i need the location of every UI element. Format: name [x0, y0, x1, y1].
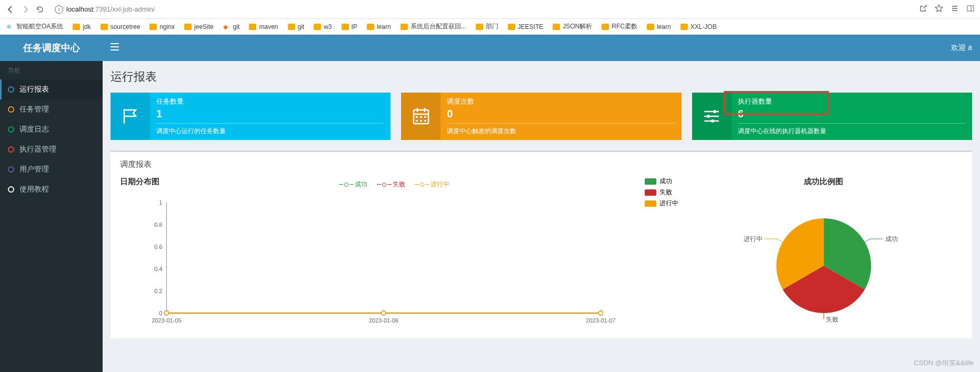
bookmark-item[interactable]: nginx — [149, 23, 175, 31]
svg-rect-10 — [420, 120, 422, 122]
folder-icon — [342, 24, 349, 30]
svg-text:2023-01-05: 2023-01-05 — [152, 317, 181, 324]
bookmark-item[interactable]: ◆git — [223, 23, 240, 31]
bookmark-label: sourcetree — [111, 23, 141, 31]
panel-title: 调度报表 — [120, 159, 963, 169]
chart-panel: 调度报表 日期分布图 成功 失败 进行中 00.20.40.60.812023-… — [111, 150, 972, 338]
folder-icon — [314, 24, 321, 30]
bookmark-label: RFC柔数 — [612, 22, 637, 31]
svg-rect-8 — [424, 116, 426, 118]
bookmark-item[interactable]: learn — [647, 23, 671, 31]
bookmark-item[interactable]: IP — [342, 23, 357, 31]
svg-point-15 — [713, 110, 716, 113]
sidebar-item-任务管理[interactable]: 任务管理 — [0, 99, 103, 119]
list-icon[interactable] — [951, 4, 959, 15]
back-button[interactable] — [5, 4, 16, 15]
sidebar-item-使用教程[interactable]: 使用教程 — [0, 179, 103, 199]
stat-value: 6 — [738, 107, 966, 120]
folder-icon — [73, 24, 80, 30]
calendar-icon — [401, 93, 441, 140]
bookmark-label: learn — [657, 23, 671, 31]
svg-rect-7 — [420, 116, 422, 118]
folder-icon — [647, 24, 654, 30]
sidebar-item-执行器管理[interactable]: 执行器管理 — [0, 139, 103, 159]
bookmark-item[interactable]: sourcetree — [101, 23, 141, 31]
bookmark-item[interactable]: RFC柔数 — [602, 22, 637, 31]
sidebar-item-调度日志[interactable]: 调度日志 — [0, 119, 103, 139]
panel-icon[interactable] — [966, 4, 975, 15]
stat-value: 1 — [156, 107, 384, 120]
svg-point-17 — [711, 119, 714, 123]
svg-text:进行中: 进行中 — [743, 235, 762, 243]
bookmark-item[interactable]: JSON解析 — [553, 22, 592, 31]
stat-desc: 调度中心触发的调度次数 — [447, 123, 675, 136]
bookmark-item[interactable]: 系统后台配置获回... — [401, 22, 466, 31]
stat-box-flag: 任务数量1调度中心运行的任务数量 — [111, 93, 391, 140]
bookmark-bar: ❄智能航空OA系统jdksourcetreenginxjeeSite◆gitma… — [0, 19, 980, 35]
svg-text:0.4: 0.4 — [154, 266, 162, 272]
sliders-icon — [692, 93, 732, 140]
stat-box-sliders: 执行器数量6调度中心在线的执行器机器数量 — [692, 93, 972, 140]
circle-icon — [8, 106, 14, 113]
circle-icon — [8, 186, 14, 193]
bookmark-label: git — [233, 23, 240, 31]
url-text: localhost:7391/xxl-job-admin/ — [66, 5, 155, 13]
bookmark-item[interactable]: w3 — [314, 23, 332, 31]
svg-rect-9 — [416, 120, 418, 122]
page-title: 运行报表 — [111, 69, 972, 85]
bookmark-item[interactable]: ❄智能航空OA系统 — [6, 22, 63, 31]
sidebar-item-用户管理[interactable]: 用户管理 — [0, 159, 103, 179]
bookmark-label: jdk — [83, 23, 91, 31]
svg-text:0: 0 — [159, 310, 162, 316]
svg-rect-11 — [424, 120, 426, 122]
sidebar-item-label: 任务管理 — [19, 105, 49, 114]
bookmark-label: maven — [259, 23, 278, 31]
folder-icon — [602, 24, 609, 30]
sidebar: 导航 运行报表任务管理调度日志执行器管理用户管理使用教程 — [0, 61, 103, 372]
sidebar-item-label: 用户管理 — [19, 165, 49, 174]
bookmark-item[interactable]: git — [288, 23, 305, 31]
bookmark-item[interactable]: learn — [367, 23, 391, 31]
content-area: 运行报表 任务数量1调度中心运行的任务数量调度次数0调度中心触发的调度次数执行器… — [103, 61, 980, 372]
pie-chart-legend: 成功 失败 进行中 — [645, 177, 678, 331]
hamburger-icon[interactable] — [103, 43, 127, 53]
bookmark-item[interactable]: JEESITE — [508, 23, 544, 31]
bookmark-label: JEESITE — [518, 23, 544, 31]
svg-point-16 — [707, 115, 710, 118]
pie-chart: 成功 失败 进行中 成功比例图 成功失败进行中 — [645, 177, 963, 331]
reload-button[interactable] — [35, 4, 45, 15]
bookmark-label: 系统后台配置获回... — [411, 22, 466, 31]
stat-label: 任务数量 — [156, 97, 384, 106]
star-icon[interactable] — [935, 4, 943, 15]
stat-box-calendar: 调度次数0调度中心触发的调度次数 — [401, 93, 681, 140]
folder-icon — [476, 24, 483, 30]
bookmark-item[interactable]: maven — [249, 23, 278, 31]
forward-button[interactable] — [20, 4, 31, 15]
sidebar-section-label: 导航 — [0, 61, 103, 79]
bookmark-label: git — [298, 23, 305, 31]
logo[interactable]: 任务调度中心 — [0, 42, 103, 54]
svg-point-36 — [382, 311, 386, 315]
stat-row: 任务数量1调度中心运行的任务数量调度次数0调度中心触发的调度次数执行器数量6调度… — [111, 93, 972, 140]
bookmark-item[interactable]: jeeSite — [184, 23, 214, 31]
sidebar-item-label: 调度日志 — [19, 125, 49, 134]
bookmark-item[interactable]: jdk — [73, 23, 91, 31]
flag-icon — [111, 93, 150, 140]
svg-point-37 — [598, 311, 603, 315]
svg-text:2023-01-07: 2023-01-07 — [586, 317, 615, 324]
svg-text:1: 1 — [159, 199, 162, 206]
svg-text:成功: 成功 — [885, 235, 897, 243]
bookmark-item[interactable]: 部门 — [476, 22, 498, 31]
share-icon[interactable] — [919, 4, 927, 15]
bookmark-item[interactable]: XXL-JOB — [681, 23, 717, 31]
bookmark-label: nginx — [159, 23, 175, 31]
url-bar[interactable]: i localhost:7391/xxl-job-admin/ — [49, 3, 915, 16]
app-icon: ❄ — [6, 23, 14, 31]
svg-text:0.2: 0.2 — [154, 288, 162, 294]
browser-toolbar: i localhost:7391/xxl-job-admin/ — [0, 0, 980, 19]
sidebar-item-label: 运行报表 — [19, 85, 49, 94]
sidebar-item-运行报表[interactable]: 运行报表 — [0, 79, 103, 99]
sidebar-item-label: 执行器管理 — [19, 145, 56, 154]
bookmark-label: jeeSite — [194, 23, 214, 31]
bookmark-label: 部门 — [486, 22, 498, 31]
